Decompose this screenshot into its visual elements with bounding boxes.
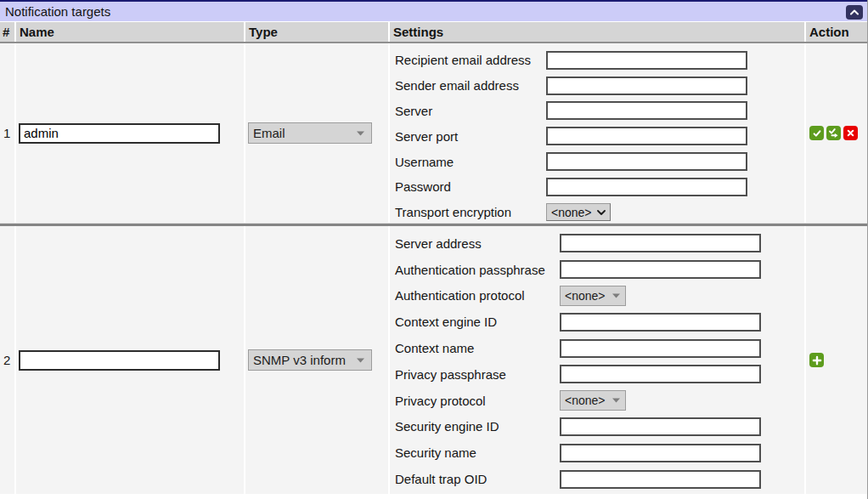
type-dropdown-value: Email (253, 126, 285, 140)
sender-email-input[interactable] (546, 77, 747, 95)
settings-cell: Server address Authentication passphrase… (390, 226, 804, 494)
triangle-down-icon (357, 358, 364, 363)
auth-protocol-dropdown[interactable]: <none> (560, 286, 626, 306)
confirm-and-follow-button[interactable] (826, 126, 841, 140)
field-label: Security engine ID (395, 419, 560, 434)
settings-field: Default trap OID (395, 466, 804, 492)
server-port-input[interactable] (546, 127, 747, 145)
type-cell: Email (245, 43, 388, 223)
field-label: Default trap OID (395, 472, 560, 486)
security-engine-id-input[interactable] (560, 417, 761, 436)
privacy-protocol-dropdown[interactable]: <none> (560, 390, 626, 411)
triangle-down-icon (612, 398, 620, 403)
action-cell (806, 43, 867, 223)
settings-field: Context engine ID (395, 309, 804, 335)
field-label: Username (395, 155, 546, 169)
add-button[interactable] (809, 353, 824, 367)
context-name-input[interactable] (560, 339, 761, 358)
settings-field: Server (395, 99, 804, 124)
settings-field: Server address (395, 230, 804, 257)
header-settings-column: Settings (390, 22, 804, 42)
triangle-down-icon (612, 293, 620, 298)
settings-field: Username (395, 149, 804, 174)
action-cell (806, 226, 867, 494)
header-num-column: # (0, 22, 14, 42)
name-input[interactable] (19, 123, 220, 144)
field-label: Sender email address (395, 78, 546, 93)
password-input[interactable] (546, 178, 747, 196)
auth-protocol-value: <none> (565, 289, 606, 303)
field-label: Authentication passphrase (395, 263, 560, 277)
field-label: Password (395, 179, 546, 194)
settings-field: Recipient email address (395, 48, 804, 73)
privacy-passphrase-input[interactable] (560, 365, 761, 383)
auth-passphrase-input[interactable] (560, 260, 761, 279)
security-name-input[interactable] (560, 444, 761, 462)
settings-field: Authentication passphrase (395, 257, 804, 283)
settings-field: Password (395, 174, 804, 200)
chevron-up-icon (849, 9, 860, 15)
settings-field: Security name (395, 439, 804, 466)
settings-field: Sender email address (395, 73, 804, 99)
delete-button[interactable] (843, 126, 858, 140)
name-cell (16, 43, 244, 223)
confirm-button[interactable] (809, 126, 824, 140)
panel-titlebar: Notification targets (0, 0, 867, 21)
table-row: 1 Email Recipient email address Sender e… (0, 43, 867, 224)
type-dropdown[interactable]: Email (248, 122, 372, 144)
field-label: Context name (395, 341, 560, 355)
collapse-button[interactable] (846, 5, 863, 20)
triangle-down-icon (357, 131, 364, 136)
field-label: Privacy protocol (395, 394, 560, 408)
settings-field: Server port (395, 123, 804, 149)
username-input[interactable] (546, 152, 747, 171)
type-dropdown[interactable]: SNMP v3 inform (248, 349, 372, 371)
check-arrow-icon (828, 128, 839, 139)
panel-title: Notification targets (5, 4, 110, 19)
settings-field: Authentication protocol <none> (395, 283, 804, 309)
transport-encryption-select[interactable]: <none> (546, 203, 611, 221)
name-input[interactable] (19, 350, 220, 371)
field-label: Security name (395, 445, 560, 460)
field-label: Authentication protocol (395, 288, 560, 303)
settings-field: Context name (395, 335, 804, 361)
settings-field: Privacy protocol <none> (395, 388, 804, 414)
chevron-down-icon (597, 210, 606, 215)
field-label: Transport encryption (395, 205, 546, 219)
type-cell: SNMP v3 inform (245, 226, 388, 494)
field-label: Privacy passphrase (395, 367, 560, 382)
field-label: Server (395, 104, 546, 118)
row-number: 2 (0, 226, 14, 494)
x-icon (846, 128, 855, 138)
privacy-protocol-value: <none> (565, 394, 606, 407)
header-name-column: Name (16, 22, 244, 42)
context-engine-id-input[interactable] (560, 313, 761, 332)
server-address-input[interactable] (560, 234, 761, 252)
settings-field: Privacy passphrase (395, 361, 804, 388)
header-action-column: Action (806, 22, 867, 42)
field-label: Recipient email address (395, 53, 546, 67)
header-type-column: Type (245, 22, 388, 42)
field-label: Server port (395, 129, 546, 144)
settings-field: Security engine ID (395, 414, 804, 440)
name-cell (16, 226, 244, 494)
table-row: 2 SNMP v3 inform Server address Authenti… (0, 224, 867, 494)
notification-targets-panel: Notification targets # Name Type Setting… (0, 0, 868, 499)
settings-field: Transport encryption <none> (395, 200, 804, 223)
plus-icon (812, 355, 822, 366)
field-label: Server address (395, 236, 560, 251)
table-header: # Name Type Settings Action (0, 22, 867, 43)
row-number: 1 (0, 43, 14, 223)
transport-encryption-value: <none> (551, 206, 592, 219)
field-label: Context engine ID (395, 315, 560, 329)
recipient-email-input[interactable] (546, 51, 747, 70)
settings-cell: Recipient email address Sender email add… (390, 43, 804, 223)
type-dropdown-value: SNMP v3 inform (253, 353, 346, 367)
check-icon (812, 128, 822, 139)
server-input[interactable] (546, 101, 747, 120)
default-trap-oid-input[interactable] (560, 470, 761, 489)
